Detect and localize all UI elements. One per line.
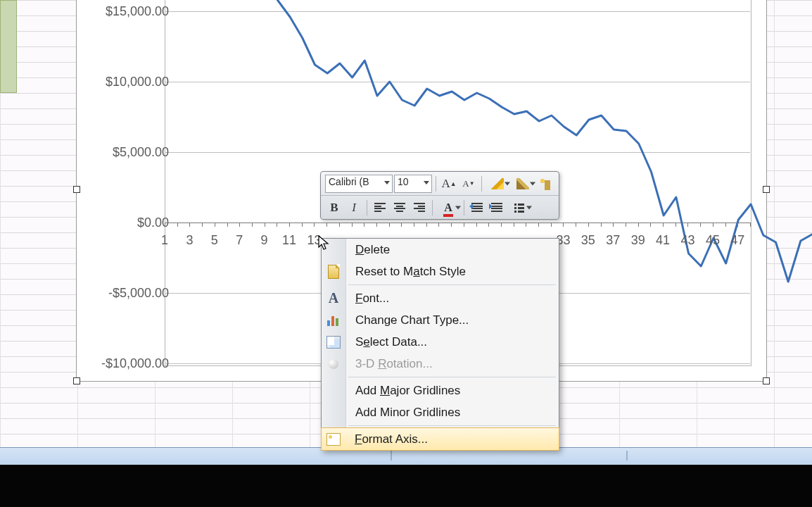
separator — [432, 200, 433, 215]
chevron-down-icon — [424, 181, 429, 184]
separator — [464, 200, 464, 215]
menu-item-fmtaxis[interactable]: Format Axis... — [321, 427, 559, 451]
menu-item-seldata[interactable]: Select Data... — [322, 331, 559, 353]
x-tick — [302, 223, 303, 227]
x-tick-label: 9 — [261, 233, 268, 248]
y-tick-label: $5,000.00 — [91, 145, 169, 160]
x-tick — [675, 223, 676, 227]
x-tick — [713, 223, 713, 227]
highlight-icon — [491, 178, 504, 189]
select-data-icon — [326, 334, 341, 350]
bullets-button[interactable] — [507, 199, 531, 217]
x-tick — [601, 223, 602, 227]
x-tick — [538, 223, 539, 227]
x-tick — [725, 223, 726, 227]
separator — [436, 176, 436, 192]
x-tick — [501, 223, 502, 227]
menu-item-font[interactable]: AFont... — [322, 287, 559, 309]
x-tick — [526, 223, 526, 227]
ruler-fragment — [0, 0, 17, 93]
shape-fill-button[interactable] — [511, 175, 535, 193]
menu-item-reset[interactable]: Reset to Match Style — [322, 261, 559, 282]
font-name-value: Calibri (B — [329, 176, 369, 187]
format-painter-button[interactable] — [536, 175, 554, 193]
menu-item-addmaj[interactable]: Add Major Gridlines — [322, 380, 559, 401]
x-tick — [488, 223, 489, 227]
menu-item-label: Add Minor Gridlines — [355, 406, 460, 419]
x-tick — [165, 223, 165, 227]
x-tick-label: 7 — [236, 233, 243, 248]
resize-handle-bottom-left[interactable] — [73, 377, 80, 384]
x-tick — [576, 223, 576, 227]
resize-handle-bottom-right[interactable] — [763, 377, 770, 384]
font-size-value: 10 — [398, 176, 409, 187]
bold-button[interactable]: B — [325, 199, 343, 217]
y-tick-label: $15,000.00 — [91, 4, 169, 19]
align-center-button[interactable] — [391, 199, 409, 217]
font-color-button[interactable]: A — [436, 199, 460, 217]
y-tick-label: $0.00 — [91, 215, 169, 230]
sphere-icon — [326, 356, 341, 372]
decrease-indent-icon — [471, 203, 483, 212]
x-tick-label: 47 — [730, 233, 744, 248]
x-tick — [202, 223, 203, 227]
font-color-icon: A — [444, 201, 452, 214]
x-tick — [265, 223, 265, 227]
decrease-indent-button[interactable] — [468, 199, 486, 217]
menu-item-delete[interactable]: Delete — [322, 239, 559, 261]
increase-indent-button[interactable] — [488, 199, 506, 217]
menu-item-label: Reset to Match Style — [355, 265, 466, 278]
font-name-combo[interactable]: Calibri (B — [325, 175, 393, 193]
menu-separator — [348, 425, 556, 426]
x-tick-label: 35 — [581, 233, 595, 248]
menu-item-chgtype[interactable]: Change Chart Type... — [322, 309, 559, 331]
increase-indent-icon — [491, 203, 502, 212]
x-tick — [252, 223, 253, 227]
x-tick-label: 39 — [631, 233, 645, 248]
axis-context-menu[interactable]: DeleteReset to Match StyleAFont...Change… — [321, 238, 559, 451]
menu-item-label: Format Axis... — [355, 432, 428, 446]
bullets-icon — [514, 204, 524, 212]
x-tick — [314, 223, 315, 227]
x-tick-label: 11 — [282, 233, 296, 248]
y-tick-label: -$5,000.00 — [91, 286, 169, 301]
x-tick — [551, 223, 552, 227]
blank-icon — [326, 242, 341, 258]
font-icon: A — [326, 291, 341, 306]
x-tick — [464, 223, 464, 227]
x-tick — [277, 223, 277, 227]
x-tick — [326, 223, 327, 227]
x-tick — [438, 223, 439, 227]
x-tick-label: 1 — [161, 233, 168, 248]
x-tick — [339, 223, 340, 227]
highlight-color-button[interactable] — [486, 175, 509, 193]
x-tick — [563, 223, 564, 227]
x-tick — [376, 223, 377, 227]
menu-item-label: Font... — [355, 292, 389, 305]
shrink-font-button[interactable]: A▼ — [459, 175, 478, 193]
x-tick — [215, 223, 215, 227]
menu-item-label: 3-D Rotation... — [355, 357, 433, 370]
blank-icon — [326, 383, 341, 399]
align-right-button[interactable] — [410, 199, 429, 217]
x-tick — [401, 223, 402, 227]
grow-font-button[interactable]: A▲ — [440, 175, 458, 193]
separator — [481, 176, 482, 192]
mini-format-toolbar[interactable]: Calibri (B 10 A▲ A▼ B I A — [320, 171, 559, 220]
align-left-button[interactable] — [371, 199, 389, 217]
chevron-down-icon — [384, 181, 390, 184]
font-size-combo[interactable]: 10 — [394, 175, 432, 193]
x-tick — [613, 223, 614, 227]
x-tick — [239, 223, 240, 227]
x-tick-label: 43 — [680, 233, 694, 248]
resize-handle-left[interactable] — [73, 186, 80, 193]
letterbox — [0, 465, 812, 507]
x-tick — [663, 223, 664, 227]
x-tick-label: 45 — [706, 233, 720, 248]
separator — [367, 200, 367, 215]
x-tick — [700, 223, 701, 227]
menu-item-label: Change Chart Type... — [355, 313, 469, 327]
format-axis-icon — [326, 432, 341, 447]
menu-item-addmin[interactable]: Add Minor Gridlines — [322, 401, 559, 423]
italic-button[interactable]: I — [345, 199, 363, 217]
